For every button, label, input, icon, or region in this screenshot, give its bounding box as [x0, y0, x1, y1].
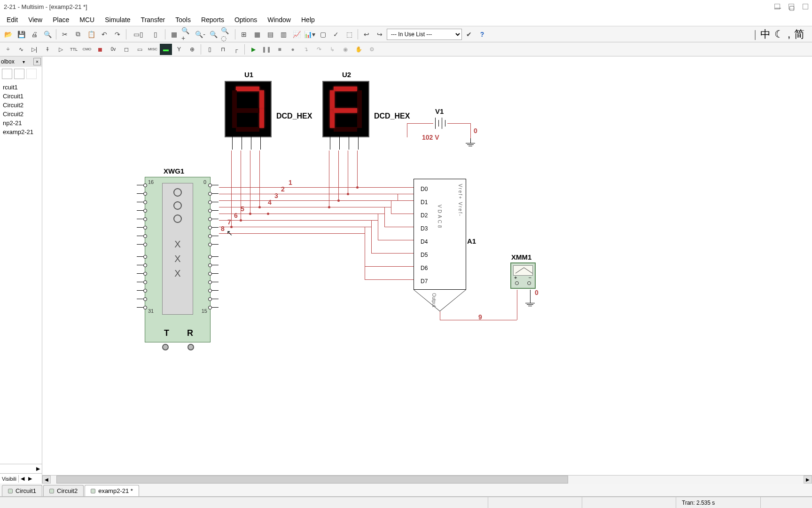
place-indicator-button[interactable]: ◻ [120, 44, 133, 55]
wire[interactable] [378, 214, 378, 240]
step-out-button[interactable]: ↳ [326, 44, 338, 55]
place-advanced-button[interactable]: ▬ [160, 44, 172, 55]
display-u2[interactable] [322, 81, 369, 137]
list-item[interactable]: np2-21 [1, 119, 41, 127]
ime-lang-button[interactable]: 中 [760, 27, 771, 41]
menu-help[interactable]: Help [297, 15, 320, 25]
toolbox-pin-button[interactable]: ▾ [23, 59, 25, 64]
record-button[interactable]: ● [287, 44, 299, 55]
wire[interactable] [219, 233, 365, 234]
menu-mcu[interactable]: MCU [75, 15, 99, 25]
scroll-thumb[interactable] [56, 476, 568, 484]
wire[interactable] [259, 151, 260, 207]
wire[interactable] [391, 200, 391, 214]
scroll-right-button[interactable]: ▶ [804, 476, 812, 484]
place-transistor-button[interactable]: ⤉ [41, 44, 54, 55]
wire[interactable] [384, 207, 385, 227]
horizontal-scrollbar[interactable]: ◀ ▶ [42, 475, 812, 484]
grapher-button[interactable]: 📈 [290, 28, 303, 40]
list-item[interactable]: rcuit1 [1, 83, 41, 92]
zoom-area-button[interactable]: 🔍 [207, 28, 219, 40]
pin-r[interactable] [187, 344, 194, 350]
multimeter-xmm1[interactable]: + − [510, 262, 536, 289]
place-power-button[interactable]: ▭ [133, 44, 146, 55]
tool-button[interactable]: ⚙ [366, 44, 378, 55]
place-ttl-button[interactable]: TTL [68, 44, 80, 55]
wire[interactable] [530, 290, 531, 298]
db-button[interactable]: ▦ [168, 28, 180, 40]
menu-view[interactable]: View [23, 15, 47, 25]
wire[interactable] [219, 194, 414, 194]
wire[interactable] [398, 200, 414, 201]
wire[interactable] [447, 123, 471, 124]
display-u1[interactable] [225, 81, 272, 137]
pin-t[interactable] [162, 344, 169, 350]
run-button[interactable]: ▶ [247, 44, 259, 55]
scroll-left-button[interactable]: ◀ [42, 476, 51, 484]
grid-button[interactable]: ▦ [251, 28, 263, 40]
list-item[interactable]: examp2-21 [1, 127, 41, 136]
spreadsheet-button[interactable]: ▯ [148, 28, 163, 40]
place-misc-button[interactable]: MISC [147, 44, 159, 55]
step-into-button[interactable]: ↴ [300, 44, 312, 55]
place-basic-button[interactable]: ∿ [15, 44, 27, 55]
tab-circuit1[interactable]: Circuit1 [2, 485, 42, 496]
back-annotate-button[interactable]: ↩ [360, 28, 373, 40]
ground-symbol[interactable] [525, 298, 535, 306]
place-electromech-button[interactable]: ⊕ [186, 44, 198, 55]
verify-button[interactable]: ✔ [463, 28, 475, 40]
minimize-button[interactable]: — [774, 4, 780, 9]
list-item[interactable]: Circuit2 [1, 101, 41, 110]
wire[interactable] [407, 123, 407, 137]
wire[interactable] [407, 123, 433, 124]
save-button[interactable]: 💾 [15, 28, 27, 40]
zoom-in-button[interactable]: 🔍+ [181, 28, 193, 40]
menu-simulate[interactable]: Simulate [100, 15, 135, 25]
place-bus-button[interactable]: ⊓ [217, 44, 229, 55]
place-connector-button[interactable]: ┌ [230, 44, 242, 55]
wire[interactable] [219, 214, 384, 214]
menu-window[interactable]: Window [263, 15, 296, 25]
battery-v1[interactable] [435, 118, 445, 129]
ime-sep-icon[interactable]: | [754, 28, 757, 40]
tab-examp2-21[interactable]: examp2-21 * [85, 485, 139, 496]
wire[interactable] [219, 200, 398, 201]
sheets-button[interactable]: ▤ [264, 28, 276, 40]
wire[interactable] [338, 151, 339, 200]
place-diode-button[interactable]: ▷| [28, 44, 40, 55]
ground-symbol[interactable] [466, 138, 475, 146]
cut-button[interactable]: ✂ [59, 28, 71, 40]
place-mixed-button[interactable]: 0v [107, 44, 119, 55]
ime-moon-icon[interactable]: ☾ [774, 28, 784, 40]
menu-place[interactable]: Place [48, 15, 74, 25]
wire[interactable] [250, 151, 250, 214]
open-sample-icon[interactable] [14, 69, 24, 79]
wire[interactable] [371, 220, 372, 253]
help-button[interactable]: ? [476, 28, 488, 40]
redo-button[interactable]: ↷ [111, 28, 124, 40]
wire[interactable] [357, 151, 358, 187]
wire[interactable] [231, 151, 232, 227]
new-schematic-icon[interactable] [2, 69, 12, 79]
tab-circuit2[interactable]: Circuit2 [43, 485, 84, 496]
wire[interactable] [391, 214, 414, 214]
place-rf-button[interactable]: Y [173, 44, 185, 55]
place-hierarchical-button[interactable]: ▯ [203, 44, 216, 55]
wire[interactable] [348, 151, 348, 194]
scroll-right-icon[interactable]: ▶ [26, 476, 34, 482]
toolbox-close-button[interactable]: × [33, 58, 41, 65]
list-item[interactable]: Circuit1 [1, 92, 41, 101]
wire[interactable] [219, 207, 391, 207]
wire[interactable] [384, 227, 414, 227]
menu-edit[interactable]: Edit [2, 15, 23, 25]
paste-button[interactable]: 📋 [85, 28, 97, 40]
wire[interactable] [329, 151, 329, 207]
place-analog-button[interactable]: ▷ [55, 44, 67, 55]
zoom-out-button[interactable]: 🔍- [194, 28, 206, 40]
step-over-button[interactable]: ↷ [313, 44, 325, 55]
preview-button[interactable]: 🔍 [41, 28, 54, 40]
copy-button[interactable]: ⧉ [72, 28, 84, 40]
scroll-track[interactable] [51, 476, 804, 484]
ime-punct-button[interactable]: , [788, 28, 790, 40]
wire[interactable] [398, 194, 398, 200]
